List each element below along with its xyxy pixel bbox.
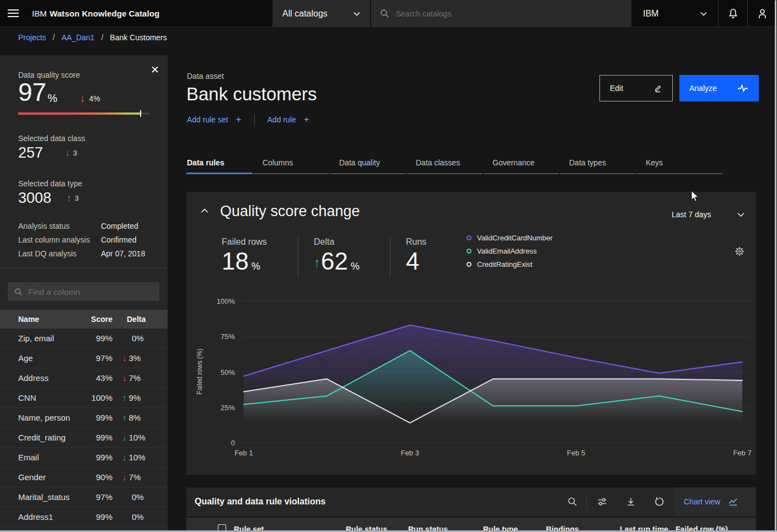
column-name: CNN <box>0 393 77 402</box>
meta-row: Last DQ analysis Apr 07, 2018 <box>18 249 151 258</box>
tab-columns[interactable]: Columns <box>254 156 329 174</box>
chevron-down-icon <box>700 12 707 16</box>
settings-adjust-icon[interactable] <box>595 495 609 509</box>
stat-failed-rows: Failed rows18% <box>222 237 282 273</box>
legend-item[interactable]: ValidEmailAddress <box>467 247 553 255</box>
edit-button[interactable]: Edit <box>599 75 673 101</box>
tab-keys[interactable]: Keys <box>637 156 723 174</box>
gear-icon[interactable] <box>735 246 744 256</box>
column-score: 100% <box>77 393 112 402</box>
legend-label: CreditRatingExist <box>477 260 532 268</box>
vertical-scrollbar[interactable] <box>775 0 776 532</box>
quality-score-panel: Quality score change Last 7 days Failed … <box>186 192 756 475</box>
table-row[interactable]: Name, person99%↑8% <box>0 408 168 428</box>
column-delta: ↓7% <box>112 373 159 383</box>
violations-title: Quality and data rule violations <box>195 497 325 507</box>
find-column-input[interactable]: Find a colomn <box>8 282 159 301</box>
stat-delta: Delta↑62% <box>314 237 374 273</box>
score-unit: % <box>47 92 57 105</box>
meta-value: Apr 07, 2018 <box>101 249 145 258</box>
data-class-value: 257 ↓ 3 <box>18 144 77 162</box>
breadcrumb-link-projects[interactable]: Projects <box>18 33 46 42</box>
column-score: 99% <box>77 334 112 343</box>
svg-text:Feb 1: Feb 1 <box>234 449 253 457</box>
table-row[interactable]: Zip, email99%0% <box>0 329 168 348</box>
plus-icon: + <box>236 114 242 125</box>
svg-text:0: 0 <box>231 439 235 447</box>
legend-label: ValidEmailAddress <box>477 247 537 255</box>
column-score: 99% <box>77 453 112 462</box>
chart-view-label: Chart view <box>684 497 720 506</box>
asset-type-label: Data asset <box>187 72 224 80</box>
menu-icon[interactable] <box>8 7 20 19</box>
column-score: 97% <box>77 492 112 502</box>
add-rule-link[interactable]: Add rule + <box>267 114 309 125</box>
chart-legend: ValidCreditCardNumberValidEmailAddressCr… <box>467 234 553 268</box>
add-rule-set-link[interactable]: Add rule set + <box>187 114 242 125</box>
stat-label: Runs <box>406 237 467 247</box>
svg-text:Feb 5: Feb 5 <box>567 449 585 457</box>
account-selector[interactable]: IBM <box>632 0 718 27</box>
edit-button-label: Edit <box>610 84 623 93</box>
table-row[interactable]: Email99%↓10% <box>0 448 168 467</box>
breadcrumb-separator: / <box>53 33 55 42</box>
close-icon[interactable]: ✕ <box>149 64 161 76</box>
breadcrumb-current: Bank Customers <box>110 33 167 42</box>
profile-button[interactable] <box>748 0 777 27</box>
collapse-caret-icon[interactable] <box>201 208 208 213</box>
data-type-number: 3008 <box>18 190 51 207</box>
table-row[interactable]: Address43%↓7% <box>0 368 168 388</box>
global-search[interactable]: Search catalogs <box>371 0 631 27</box>
app-window: IBM Watson Knowledge Catalog All catalog… <box>0 0 777 532</box>
top-nav: IBM Watson Knowledge Catalog All catalog… <box>0 0 777 27</box>
stat-value: 4 <box>406 249 467 273</box>
arrow-up-icon: ↑ <box>122 413 127 422</box>
tab-data-rules[interactable]: Data rules <box>186 156 253 174</box>
col-header-score: Score <box>77 315 112 324</box>
arrow-up-icon: ↑ <box>314 256 320 273</box>
stat-runs: Runs4 <box>406 237 467 273</box>
search-icon[interactable] <box>565 495 580 509</box>
search-placeholder: Search catalogs <box>396 9 451 18</box>
svg-text:100%: 100% <box>217 297 235 305</box>
tab-data-types[interactable]: Data types <box>560 156 636 174</box>
column-score: 90% <box>77 472 112 482</box>
legend-item[interactable]: ValidCreditCardNumber <box>467 234 553 242</box>
table-row[interactable]: Age97%↓3% <box>0 348 168 368</box>
column-delta: 0% <box>112 512 159 522</box>
catalog-selector[interactable]: All catalogs <box>272 0 371 27</box>
tab-governance[interactable]: Governance <box>484 156 559 174</box>
score-delta: 4% <box>89 94 100 105</box>
tab-data-classes[interactable]: Data classes <box>407 156 483 174</box>
brand-prefix: IBM <box>32 9 47 18</box>
column-name: Credit_rating <box>0 433 77 442</box>
legend-item[interactable]: CreditRatingExist <box>467 260 553 268</box>
chart-view-toggle[interactable]: Chart view <box>674 487 756 516</box>
download-icon[interactable] <box>624 495 638 509</box>
meta-value: Completed <box>101 222 138 230</box>
table-row[interactable]: Credit_rating99%↓10% <box>0 428 168 448</box>
tab-data-quality[interactable]: Data quality <box>330 156 406 174</box>
legend-dot-icon <box>467 249 471 254</box>
table-row[interactable]: Address199%0% <box>0 507 168 527</box>
analyze-button[interactable]: Analyze <box>679 75 759 101</box>
svg-text:Feb 3: Feb 3 <box>401 449 419 457</box>
notifications-button[interactable] <box>719 0 747 27</box>
table-row[interactable]: Marital_status97%0% <box>0 487 168 507</box>
column-name: Address1 <box>0 512 77 522</box>
column-name: Marital_status <box>0 492 77 502</box>
arrow-down-icon: ↓ <box>122 353 127 363</box>
time-range-dropdown[interactable]: Last 7 days <box>672 210 744 219</box>
divider <box>390 237 390 278</box>
search-icon <box>380 9 389 18</box>
breadcrumb-link-project[interactable]: AA_Dan1 <box>61 33 94 42</box>
chevron-down-icon <box>737 212 744 217</box>
stat-value: 18% <box>222 249 282 273</box>
table-row[interactable]: CNN100%↑9% <box>0 388 168 408</box>
table-row[interactable]: Gender90%↓7% <box>0 467 168 487</box>
reset-icon[interactable] <box>652 495 666 509</box>
column-delta: 0% <box>112 492 159 502</box>
col-header-delta: Delta <box>112 315 159 324</box>
stat-label: Failed rows <box>222 237 282 247</box>
arrow-down-icon: ↓ <box>79 92 85 105</box>
